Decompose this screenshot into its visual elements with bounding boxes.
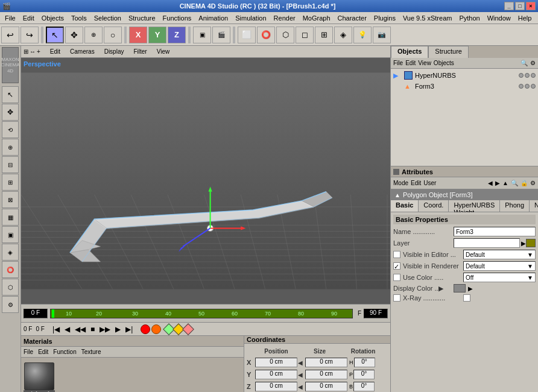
timeline-end[interactable]: 90 F [364, 309, 388, 318]
attr-search-icon[interactable]: 🔍 [511, 180, 518, 186]
left-tool-2[interactable]: ✥ [2, 104, 19, 121]
left-tool-7[interactable]: ⊠ [2, 191, 19, 208]
phong-tab[interactable]: Phong [500, 200, 530, 212]
vp-cameras-menu[interactable]: Cameras [68, 48, 97, 55]
select-tool-button[interactable]: ↖ [46, 27, 64, 43]
redo-button[interactable]: ↪ [21, 27, 39, 43]
z-pos-arrow[interactable]: ◀ [298, 384, 303, 390]
menu-mograph[interactable]: MoGraph [299, 13, 334, 23]
obj-objects-menu[interactable]: Objects [434, 60, 454, 66]
scale-tool-button[interactable]: ⊕ [84, 27, 103, 43]
sphere-button[interactable]: ⭕ [257, 27, 275, 43]
attr-edit-menu[interactable]: Edit [411, 180, 421, 186]
menu-help[interactable]: Help [514, 13, 536, 23]
left-tool-6[interactable]: ⊞ [2, 174, 19, 191]
light-button[interactable]: 💡 [353, 27, 372, 43]
attr-mode-menu[interactable]: Mode [393, 180, 408, 186]
left-tool-13[interactable]: ⚙ [2, 296, 19, 313]
prev-frame-button[interactable]: ◀ [63, 324, 72, 334]
menu-edit[interactable]: Edit [19, 13, 38, 23]
hypernurbs-weight-tab[interactable]: HyperNURBS Weight [449, 200, 500, 212]
dot5[interactable] [525, 84, 530, 89]
layer-field-value[interactable] [454, 238, 520, 248]
maximize-button[interactable]: □ [515, 2, 525, 10]
menu-file[interactable]: File [1, 13, 19, 23]
layer-options-icon[interactable]: ▶ [521, 240, 526, 247]
obj-edit-menu[interactable]: Edit [405, 60, 416, 66]
menu-selection[interactable]: Selection [90, 13, 125, 23]
attr-settings-icon[interactable]: ⚙ [530, 180, 536, 186]
cylinder-button[interactable]: ⬡ [276, 27, 294, 43]
play-back-button[interactable]: ◀◀ [73, 324, 87, 334]
layer-color-swatch[interactable] [526, 239, 536, 247]
menu-window[interactable]: Window [484, 13, 514, 23]
left-tool-4[interactable]: ⊕ [2, 139, 19, 156]
visible-renderer-select[interactable]: Default ▼ [463, 261, 536, 271]
menu-character[interactable]: Character [334, 13, 370, 23]
object-hypernurbs[interactable]: ▶ HyperNURBS [392, 70, 537, 81]
menu-structure[interactable]: Structure [125, 13, 159, 23]
mat-texture-menu[interactable]: Texture [81, 349, 101, 355]
frame-input-area[interactable]: 0 F [36, 326, 44, 332]
visible-renderer-checkbox[interactable]: ✓ [393, 262, 400, 270]
minimize-button[interactable]: _ [504, 2, 514, 10]
structure-tab[interactable]: Structure [428, 46, 469, 58]
display-color-swatch[interactable] [454, 284, 466, 292]
left-tool-8[interactable]: ▦ [2, 209, 19, 226]
display-color-arrow[interactable]: ▶ [468, 285, 473, 292]
obj-settings-icon[interactable]: ⚙ [530, 60, 536, 66]
menu-python[interactable]: Python [455, 13, 483, 23]
left-tool-11[interactable]: ⭕ [2, 261, 19, 278]
y-size-input[interactable]: 0 cm [305, 370, 347, 379]
basic-tab[interactable]: Basic [391, 200, 419, 212]
remove-keyframe-button[interactable] [183, 323, 195, 335]
coord-tab[interactable]: Coord. [419, 200, 449, 212]
go-start-button[interactable]: |◀ [51, 324, 62, 334]
axis-z-button[interactable]: Z [168, 27, 186, 43]
3d-viewport[interactable]: Perspective [21, 58, 390, 304]
mat-edit-menu[interactable]: Edit [38, 349, 48, 355]
x-pos-arrow[interactable]: ◀ [298, 359, 303, 366]
attr-nav-prev[interactable]: ◀ [488, 180, 493, 186]
menu-tools[interactable]: Tools [68, 13, 90, 23]
render-to-view-button[interactable]: ▣ [193, 27, 211, 43]
material-item[interactable]: def_surf [24, 362, 55, 393]
menu-animation[interactable]: Animation [195, 13, 232, 23]
dot2[interactable] [525, 73, 530, 78]
attr-nav-up[interactable]: ▲ [502, 180, 508, 186]
left-tool-1[interactable]: ↖ [2, 86, 19, 103]
stop-button[interactable]: ■ [89, 324, 97, 334]
rotate-tool-button[interactable]: ○ [104, 27, 122, 43]
menu-render[interactable]: Render [270, 13, 299, 23]
xray-value-checkbox[interactable] [463, 294, 470, 302]
deformer-button[interactable]: ◈ [334, 27, 352, 43]
render-button[interactable]: 🎬 [212, 27, 230, 43]
record-auto-button[interactable] [151, 324, 161, 334]
undo-button[interactable]: ↩ [1, 27, 19, 43]
menu-plugins[interactable]: Plugins [370, 13, 399, 23]
obj-file-menu[interactable]: File [393, 60, 403, 66]
dot6[interactable] [531, 84, 536, 89]
object-form3[interactable]: ▲ Form3 [392, 81, 537, 92]
play-forward-button[interactable]: ▶▶ [98, 324, 112, 334]
name-field-value[interactable]: Form3 [454, 227, 536, 236]
visible-editor-checkbox[interactable] [393, 251, 400, 258]
cube-button[interactable]: ⬜ [238, 27, 256, 43]
camera-button[interactable]: 📷 [373, 27, 391, 43]
axis-y-button[interactable]: Y [148, 27, 166, 43]
x-position-input[interactable]: 0 cm [255, 358, 297, 367]
timeline-start[interactable]: 0 F [24, 309, 48, 318]
z-position-input[interactable]: 0 cm [255, 382, 297, 391]
left-tool-9[interactable]: ▣ [2, 226, 19, 243]
hypernurbs-expand-icon[interactable]: ▶ [393, 72, 402, 80]
left-tool-12[interactable]: ⬡ [2, 279, 19, 296]
z-rotation-input[interactable]: 0° [353, 382, 375, 391]
x-rotation-input[interactable]: 0° [354, 358, 375, 367]
x-size-input[interactable]: 0 cm [305, 358, 347, 367]
attr-user-menu[interactable]: User [423, 180, 436, 186]
normal-tab[interactable]: Normal [530, 200, 538, 212]
go-end-button[interactable]: ▶| [124, 324, 134, 334]
menu-simulation[interactable]: Simulation [232, 13, 270, 23]
vp-filter-menu[interactable]: Filter [131, 48, 149, 55]
timeline-track[interactable]: 10 20 30 40 50 60 70 80 90 [50, 309, 353, 318]
